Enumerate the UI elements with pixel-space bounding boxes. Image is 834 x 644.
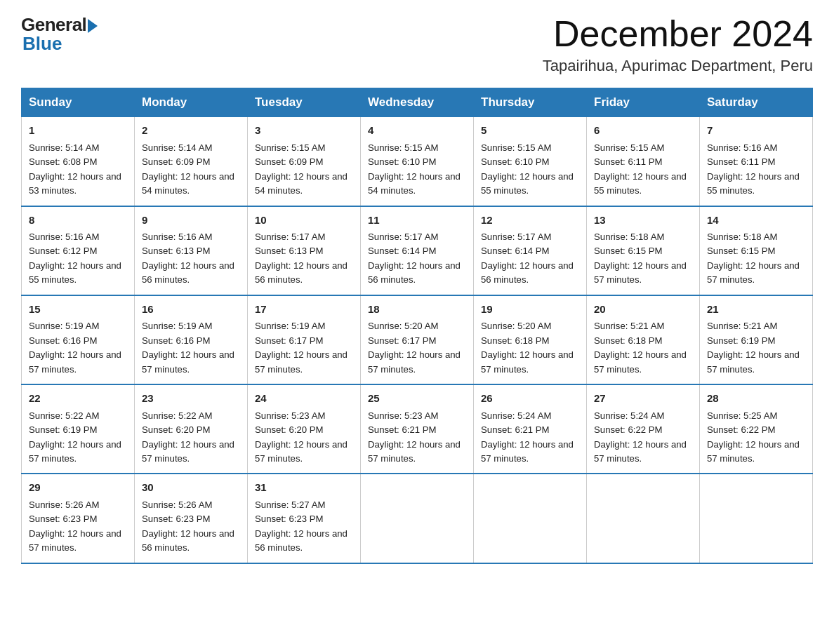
calendar-cell: 11Sunrise: 5:17 AMSunset: 6:14 PMDayligh… [361,206,474,295]
header-friday: Friday [587,88,700,117]
calendar-cell: 5Sunrise: 5:15 AMSunset: 6:10 PMDaylight… [474,117,587,206]
calendar-cell: 12Sunrise: 5:17 AMSunset: 6:14 PMDayligh… [474,206,587,295]
calendar-cell: 7Sunrise: 5:16 AMSunset: 6:11 PMDaylight… [700,117,813,206]
calendar-cell [700,474,813,563]
day-number: 25 [368,391,466,407]
day-info: Sunrise: 5:24 AMSunset: 6:22 PMDaylight:… [594,409,692,467]
day-number: 1 [29,123,127,139]
calendar-cell: 22Sunrise: 5:22 AMSunset: 6:19 PMDayligh… [22,384,135,474]
day-info: Sunrise: 5:21 AMSunset: 6:18 PMDaylight:… [594,319,692,377]
day-info: Sunrise: 5:25 AMSunset: 6:22 PMDaylight:… [707,409,805,467]
calendar-cell: 6Sunrise: 5:15 AMSunset: 6:11 PMDaylight… [587,117,700,206]
day-number: 15 [29,302,127,318]
title-area: December 2024 Tapairihua, Apurimac Depar… [543,14,813,75]
day-number: 24 [255,391,353,407]
header-monday: Monday [135,88,248,117]
day-info: Sunrise: 5:17 AMSunset: 6:14 PMDaylight:… [368,230,466,288]
calendar-cell [361,474,474,563]
day-info: Sunrise: 5:16 AMSunset: 6:11 PMDaylight:… [707,141,805,199]
header-saturday: Saturday [700,88,813,117]
calendar-cell: 24Sunrise: 5:23 AMSunset: 6:20 PMDayligh… [248,384,361,474]
day-info: Sunrise: 5:18 AMSunset: 6:15 PMDaylight:… [707,230,805,288]
day-info: Sunrise: 5:15 AMSunset: 6:09 PMDaylight:… [255,141,353,199]
day-number: 19 [481,302,579,318]
calendar-cell: 1Sunrise: 5:14 AMSunset: 6:08 PMDaylight… [22,117,135,206]
day-number: 29 [29,480,127,496]
day-info: Sunrise: 5:26 AMSunset: 6:23 PMDaylight:… [142,498,240,556]
page-header: General Blue December 2024 Tapairihua, A… [21,14,813,75]
day-info: Sunrise: 5:17 AMSunset: 6:14 PMDaylight:… [481,230,579,288]
header-thursday: Thursday [474,88,587,117]
day-info: Sunrise: 5:23 AMSunset: 6:20 PMDaylight:… [255,409,353,467]
calendar-cell: 26Sunrise: 5:24 AMSunset: 6:21 PMDayligh… [474,384,587,474]
calendar-cell: 16Sunrise: 5:19 AMSunset: 6:16 PMDayligh… [135,295,248,384]
day-info: Sunrise: 5:19 AMSunset: 6:17 PMDaylight:… [255,319,353,377]
day-info: Sunrise: 5:20 AMSunset: 6:18 PMDaylight:… [481,319,579,377]
calendar-cell: 30Sunrise: 5:26 AMSunset: 6:23 PMDayligh… [135,474,248,563]
day-info: Sunrise: 5:15 AMSunset: 6:10 PMDaylight:… [368,141,466,199]
calendar-table: SundayMondayTuesdayWednesdayThursdayFrid… [21,88,813,564]
day-number: 18 [368,302,466,318]
calendar-cell: 19Sunrise: 5:20 AMSunset: 6:18 PMDayligh… [474,295,587,384]
day-info: Sunrise: 5:19 AMSunset: 6:16 PMDaylight:… [29,319,127,377]
day-info: Sunrise: 5:26 AMSunset: 6:23 PMDaylight:… [29,498,127,556]
calendar-week-row: 8Sunrise: 5:16 AMSunset: 6:12 PMDaylight… [22,206,813,295]
calendar-cell: 9Sunrise: 5:16 AMSunset: 6:13 PMDaylight… [135,206,248,295]
logo-arrow-icon [88,19,98,33]
day-info: Sunrise: 5:27 AMSunset: 6:23 PMDaylight:… [255,498,353,556]
day-number: 12 [481,213,579,229]
day-number: 6 [594,123,692,139]
day-info: Sunrise: 5:19 AMSunset: 6:16 PMDaylight:… [142,319,240,377]
day-number: 11 [368,213,466,229]
calendar-cell: 13Sunrise: 5:18 AMSunset: 6:15 PMDayligh… [587,206,700,295]
day-info: Sunrise: 5:18 AMSunset: 6:15 PMDaylight:… [594,230,692,288]
calendar-cell: 14Sunrise: 5:18 AMSunset: 6:15 PMDayligh… [700,206,813,295]
header-sunday: Sunday [22,88,135,117]
calendar-cell [587,474,700,563]
day-number: 21 [707,302,805,318]
calendar-week-row: 15Sunrise: 5:19 AMSunset: 6:16 PMDayligh… [22,295,813,384]
day-number: 7 [707,123,805,139]
calendar-week-row: 22Sunrise: 5:22 AMSunset: 6:19 PMDayligh… [22,384,813,474]
day-number: 16 [142,302,240,318]
day-number: 8 [29,213,127,229]
day-number: 31 [255,480,353,496]
day-info: Sunrise: 5:16 AMSunset: 6:13 PMDaylight:… [142,230,240,288]
calendar-cell: 15Sunrise: 5:19 AMSunset: 6:16 PMDayligh… [22,295,135,384]
calendar-cell: 21Sunrise: 5:21 AMSunset: 6:19 PMDayligh… [700,295,813,384]
calendar-cell: 18Sunrise: 5:20 AMSunset: 6:17 PMDayligh… [361,295,474,384]
calendar-cell: 3Sunrise: 5:15 AMSunset: 6:09 PMDaylight… [248,117,361,206]
calendar-cell: 4Sunrise: 5:15 AMSunset: 6:10 PMDaylight… [361,117,474,206]
calendar-cell: 17Sunrise: 5:19 AMSunset: 6:17 PMDayligh… [248,295,361,384]
day-number: 28 [707,391,805,407]
day-info: Sunrise: 5:23 AMSunset: 6:21 PMDaylight:… [368,409,466,467]
day-info: Sunrise: 5:24 AMSunset: 6:21 PMDaylight:… [481,409,579,467]
logo-blue-text: Blue [22,33,62,55]
calendar-week-row: 1Sunrise: 5:14 AMSunset: 6:08 PMDaylight… [22,117,813,206]
day-info: Sunrise: 5:15 AMSunset: 6:11 PMDaylight:… [594,141,692,199]
header-tuesday: Tuesday [248,88,361,117]
calendar-cell: 2Sunrise: 5:14 AMSunset: 6:09 PMDaylight… [135,117,248,206]
day-number: 4 [368,123,466,139]
day-number: 13 [594,213,692,229]
location-title: Tapairihua, Apurimac Department, Peru [543,57,813,75]
calendar-cell: 23Sunrise: 5:22 AMSunset: 6:20 PMDayligh… [135,384,248,474]
calendar-cell: 27Sunrise: 5:24 AMSunset: 6:22 PMDayligh… [587,384,700,474]
day-info: Sunrise: 5:14 AMSunset: 6:08 PMDaylight:… [29,141,127,199]
day-number: 3 [255,123,353,139]
day-info: Sunrise: 5:22 AMSunset: 6:19 PMDaylight:… [29,409,127,467]
calendar-header-row: SundayMondayTuesdayWednesdayThursdayFrid… [22,88,813,117]
day-number: 26 [481,391,579,407]
day-number: 23 [142,391,240,407]
day-info: Sunrise: 5:16 AMSunset: 6:12 PMDaylight:… [29,230,127,288]
day-number: 2 [142,123,240,139]
day-info: Sunrise: 5:15 AMSunset: 6:10 PMDaylight:… [481,141,579,199]
day-info: Sunrise: 5:14 AMSunset: 6:09 PMDaylight:… [142,141,240,199]
calendar-cell: 10Sunrise: 5:17 AMSunset: 6:13 PMDayligh… [248,206,361,295]
calendar-week-row: 29Sunrise: 5:26 AMSunset: 6:23 PMDayligh… [22,474,813,563]
calendar-cell: 29Sunrise: 5:26 AMSunset: 6:23 PMDayligh… [22,474,135,563]
day-number: 20 [594,302,692,318]
header-wednesday: Wednesday [361,88,474,117]
calendar-cell: 28Sunrise: 5:25 AMSunset: 6:22 PMDayligh… [700,384,813,474]
day-number: 14 [707,213,805,229]
